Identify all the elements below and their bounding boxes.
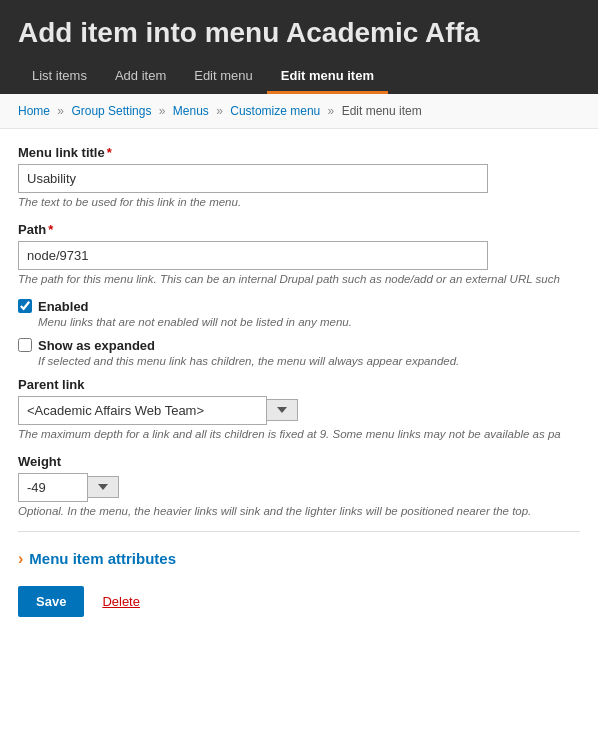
- tab-bar: List items Add item Edit menu Edit menu …: [18, 60, 580, 94]
- enabled-group: Enabled Menu links that are not enabled …: [18, 299, 580, 328]
- weight-group: Weight -49 Optional. In the menu, the he…: [18, 454, 580, 517]
- main-content: Menu link title* The text to be used for…: [0, 129, 598, 643]
- show-expanded-checkbox[interactable]: [18, 338, 32, 352]
- breadcrumb-customize-menu[interactable]: Customize menu: [230, 104, 320, 118]
- breadcrumb-menus[interactable]: Menus: [173, 104, 209, 118]
- breadcrumb-sep-2: »: [159, 104, 166, 118]
- delete-button[interactable]: Delete: [102, 594, 140, 609]
- menu-link-title-hint: The text to be used for this link in the…: [18, 196, 580, 208]
- menu-item-attributes-section: › Menu item attributes: [18, 550, 580, 568]
- enabled-hint: Menu links that are not enabled will not…: [18, 316, 580, 328]
- menu-link-title-group: Menu link title* The text to be used for…: [18, 145, 580, 208]
- breadcrumb-current: Edit menu item: [342, 104, 422, 118]
- breadcrumb-home[interactable]: Home: [18, 104, 50, 118]
- path-input[interactable]: [18, 241, 488, 270]
- divider: [18, 531, 580, 532]
- path-group: Path* The path for this menu link. This …: [18, 222, 580, 285]
- menu-link-title-label: Menu link title*: [18, 145, 580, 160]
- form-buttons: Save Delete: [18, 586, 580, 627]
- path-label: Path*: [18, 222, 580, 237]
- menu-item-attributes-label: Menu item attributes: [29, 550, 176, 567]
- weight-label: Weight: [18, 454, 580, 469]
- show-expanded-group: Show as expanded If selected and this me…: [18, 338, 580, 367]
- parent-link-group: Parent link <Academic Affairs Web Team> …: [18, 377, 580, 440]
- parent-link-select-container: <Academic Affairs Web Team>: [18, 396, 298, 425]
- chevron-down-icon: [277, 407, 287, 413]
- show-expanded-hint: If selected and this menu link has child…: [18, 355, 580, 367]
- parent-link-label: Parent link: [18, 377, 580, 392]
- page-title: Add item into menu Academic Affa: [18, 16, 580, 50]
- weight-hint: Optional. In the menu, the heavier links…: [18, 505, 580, 517]
- menu-link-title-input[interactable]: [18, 164, 488, 193]
- enabled-checkbox[interactable]: [18, 299, 32, 313]
- page-header: Add item into menu Academic Affa List it…: [0, 0, 598, 94]
- show-expanded-label[interactable]: Show as expanded: [18, 338, 580, 353]
- breadcrumb-group-settings[interactable]: Group Settings: [71, 104, 151, 118]
- breadcrumb-sep-3: »: [216, 104, 223, 118]
- weight-chevron-down-icon: [98, 484, 108, 490]
- weight-select-container: -49: [18, 473, 128, 502]
- tab-add-item[interactable]: Add item: [101, 60, 180, 94]
- weight-select[interactable]: -49: [18, 473, 88, 502]
- enabled-label[interactable]: Enabled: [18, 299, 580, 314]
- breadcrumb: Home » Group Settings » Menus » Customiz…: [0, 94, 598, 129]
- menu-item-attributes-toggle[interactable]: › Menu item attributes: [18, 550, 580, 568]
- parent-link-dropdown-btn[interactable]: [267, 399, 298, 421]
- weight-dropdown-btn[interactable]: [88, 476, 119, 498]
- tab-edit-menu[interactable]: Edit menu: [180, 60, 267, 94]
- parent-link-select[interactable]: <Academic Affairs Web Team>: [18, 396, 267, 425]
- breadcrumb-sep-4: »: [328, 104, 335, 118]
- chevron-right-icon: ›: [18, 550, 23, 568]
- parent-link-depth-hint: The maximum depth for a link and all its…: [18, 428, 580, 440]
- breadcrumb-sep-1: »: [57, 104, 64, 118]
- tab-list-items[interactable]: List items: [18, 60, 101, 94]
- path-hint: The path for this menu link. This can be…: [18, 273, 580, 285]
- save-button[interactable]: Save: [18, 586, 84, 617]
- tab-edit-menu-item[interactable]: Edit menu item: [267, 60, 388, 94]
- required-marker: *: [107, 145, 112, 160]
- path-required-marker: *: [48, 222, 53, 237]
